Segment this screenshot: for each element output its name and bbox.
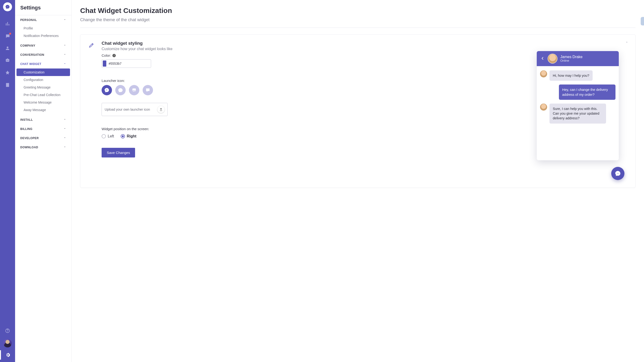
page-title: Chat Widget Customization — [80, 6, 636, 14]
chevron-down-icon — [64, 136, 66, 140]
section-billing[interactable]: Billing — [15, 124, 72, 134]
radio-label: Left — [108, 134, 114, 138]
icon-rail — [0, 0, 15, 362]
chevron-down-icon — [64, 146, 66, 149]
chat-message: Hey, can I change the delivery address o… — [540, 84, 616, 100]
section-personal[interactable]: Personal — [15, 15, 72, 24]
chevron-up-icon — [64, 18, 66, 22]
chevron-down-icon — [64, 118, 66, 121]
launcher-icon-double-bubble[interactable] — [129, 85, 139, 95]
nav-inbox-icon[interactable] — [0, 31, 15, 41]
chat-preview-wrap: James Drake Online Hi, how may I help yo… — [234, 41, 619, 180]
chevron-down-icon — [64, 127, 66, 131]
nav-analytics-icon[interactable] — [0, 18, 15, 29]
chat-preview: James Drake Online Hi, how may I help yo… — [537, 51, 619, 160]
launcher-label: Launcher icon: — [102, 79, 216, 83]
radio-icon — [121, 134, 125, 138]
card-heading: Chat widget styling — [102, 41, 172, 46]
sidebar-title: Settings — [15, 0, 72, 15]
page-subtitle: Change the theme of the chat widget — [80, 17, 636, 22]
section-label: Company — [20, 44, 35, 47]
nav-bot-icon[interactable] — [0, 55, 15, 66]
sidebar-item-chat_widget-2[interactable]: Greeting Message — [16, 84, 70, 91]
chat-message: Sure, I can help you with this. Can you … — [540, 104, 616, 124]
section-label: Billing — [20, 127, 32, 131]
section-label: Chat Widget — [20, 62, 41, 66]
message-bubble: Hey, can I change the delivery address o… — [559, 84, 616, 100]
radio-icon — [102, 134, 106, 138]
chat-agent-status: Online — [560, 59, 582, 62]
message-bubble: Hi, how may I help you? — [550, 70, 592, 81]
nav-user-avatar[interactable] — [3, 339, 12, 348]
upload-icon — [158, 106, 164, 113]
color-label: Color: i — [102, 53, 216, 57]
nav-settings-icon[interactable] — [0, 350, 15, 360]
radio-label: Right — [127, 134, 136, 138]
sidebar-item-chat_widget-4[interactable]: Welcome Message — [16, 99, 70, 106]
chat-preview-header: James Drake Online — [537, 51, 619, 66]
section-label: Conversation — [20, 53, 44, 56]
launcher-icon-speech-bubble[interactable] — [115, 85, 126, 95]
preview-launcher-button[interactable] — [611, 167, 624, 180]
position-radio-right[interactable]: Right — [121, 134, 136, 138]
right-edge-handle[interactable] — [641, 17, 644, 25]
notification-dot — [9, 33, 11, 35]
sidebar-item-chat_widget-1[interactable]: Configuration — [16, 76, 70, 84]
message-avatar — [540, 104, 547, 111]
save-button[interactable]: Save Changes — [102, 148, 135, 158]
message-avatar — [540, 70, 547, 77]
chevron-up-icon — [64, 62, 66, 66]
color-swatch — [103, 60, 106, 67]
launcher-icon-square-bubble[interactable] — [142, 85, 153, 95]
collapse-card-icon[interactable] — [625, 40, 629, 45]
section-conversation[interactable]: Conversation — [15, 50, 72, 59]
chat-back-icon[interactable] — [540, 56, 545, 61]
color-text-input[interactable] — [106, 62, 150, 65]
nav-notes-icon[interactable] — [0, 80, 15, 90]
chevron-down-icon — [64, 44, 66, 47]
pencil-icon — [88, 41, 97, 49]
sidebar-item-chat_widget-3[interactable]: Pre-Chat Lead Collection — [16, 91, 70, 99]
chat-agent-avatar — [548, 54, 558, 64]
launcher-icon-equalizer-bubble[interactable] — [102, 85, 112, 95]
section-chat_widget[interactable]: Chat Widget — [15, 59, 72, 68]
section-developer[interactable]: Developer — [15, 134, 72, 143]
settings-sidebar: Settings PersonalProfileNotification Pre… — [15, 0, 72, 362]
upload-launcher-button[interactable]: Upload your own launcher icon — [102, 103, 168, 116]
section-company[interactable]: Company — [15, 41, 72, 50]
nav-launch-icon[interactable] — [0, 67, 15, 78]
info-icon[interactable]: i — [112, 54, 116, 57]
nav-contacts-icon[interactable] — [0, 43, 15, 54]
sidebar-item-personal-0[interactable]: Profile — [16, 24, 70, 32]
section-install[interactable]: Install — [15, 115, 72, 124]
position-label: Widget position on the screen: — [102, 127, 216, 131]
app-logo[interactable] — [3, 2, 12, 11]
nav-help-icon[interactable] — [0, 325, 15, 336]
upload-label: Upload your own launcher icon — [105, 108, 150, 111]
sidebar-item-personal-1[interactable]: Notification Preferences — [16, 32, 70, 39]
color-input[interactable] — [102, 59, 151, 68]
section-label: Developer — [20, 137, 39, 140]
section-label: Install — [20, 118, 33, 121]
styling-card: Chat widget styling Customize how your c… — [80, 34, 636, 188]
chat-agent-name: James Drake — [560, 55, 582, 59]
chat-message: Hi, how may I help you? — [540, 70, 616, 81]
position-radio-left[interactable]: Left — [102, 134, 114, 138]
main-content: Chat Widget Customization Change the the… — [72, 0, 644, 362]
sidebar-item-chat_widget-5[interactable]: Away Message — [16, 106, 70, 114]
card-subheading: Customize how your chat widget looks lik… — [102, 47, 172, 51]
section-label: Personal — [20, 18, 37, 22]
section-download[interactable]: Download — [15, 143, 72, 152]
divider — [80, 27, 636, 28]
message-bubble: Sure, I can help you with this. Can you … — [550, 104, 606, 124]
chevron-down-icon — [64, 53, 66, 56]
sidebar-item-chat_widget-0[interactable]: Customization — [16, 68, 70, 76]
section-label: Download — [20, 146, 38, 149]
